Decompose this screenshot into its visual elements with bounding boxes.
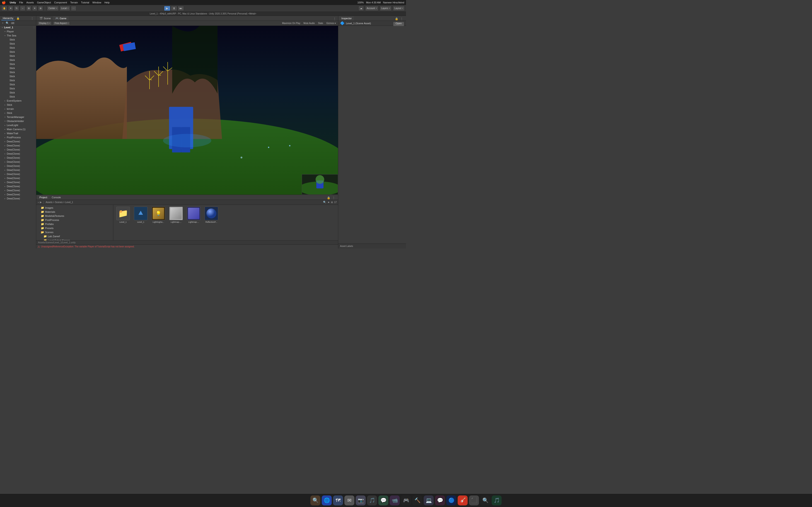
hierarchy-item[interactable]: Stick <box>0 87 36 91</box>
menu-component[interactable]: Component <box>54 1 67 4</box>
inspector-tab[interactable]: Inspector <box>339 16 354 20</box>
asset-item[interactable]: 📁 Level_1 <box>115 207 131 223</box>
hierarchy-tab[interactable]: Hierarchy <box>1 16 15 20</box>
hierarchy-item[interactable]: ▾ The Sea <box>0 34 36 38</box>
hierarchy-item[interactable]: ▸ Dew(Clone) <box>0 168 36 172</box>
play-button[interactable]: ▶ <box>164 6 170 11</box>
asset-item[interactable]: Lightmap-... <box>168 207 184 223</box>
hierarchy-item[interactable]: Stick <box>0 95 36 99</box>
hierarchy-search-btn[interactable]: 🔍 <box>5 21 9 25</box>
hierarchy-item[interactable]: ▸ Dew(Clone) <box>0 184 36 188</box>
hierarchy-item[interactable]: ▸ LevelLight <box>0 123 36 127</box>
game-canvas[interactable] <box>36 26 338 194</box>
mute-audio-btn[interactable]: Mute Audio <box>302 22 316 24</box>
layers-dropdown[interactable]: Layers ▾ <box>380 6 392 11</box>
pivot-dropdown[interactable]: Center ▾ <box>47 6 59 11</box>
hierarchy-item[interactable]: ▸ Dew(Clone) <box>0 164 36 168</box>
asset-item[interactable]: Lightmap-... <box>186 207 202 223</box>
project-lock-icon[interactable]: 🔒 <box>327 196 330 200</box>
asset-item[interactable]: ReflectionP... <box>203 207 219 223</box>
hierarchy-item[interactable]: ▸ WaterTrail <box>0 131 36 135</box>
hierarchy-item[interactable]: ▸ Dew(Clone) <box>0 148 36 152</box>
tool-move[interactable]: ✦ <box>8 6 13 11</box>
hierarchy-item[interactable]: ▸ EventSystem <box>0 99 36 103</box>
hierarchy-item[interactable]: Stick <box>0 50 36 54</box>
folder-item[interactable]: 📁 Presets <box>36 226 113 230</box>
menu-terrain[interactable]: Terrain <box>70 1 78 4</box>
hierarchy-item[interactable]: ▸ terrain <box>0 107 36 111</box>
folder-item[interactable]: 📁 Models&Textures <box>36 214 113 218</box>
hierarchy-item[interactable]: ▸ Dew(Clone) <box>0 152 36 156</box>
hierarchy-item[interactable]: Stick <box>0 91 36 95</box>
hierarchy-item[interactable]: ▸ Dew(Clone) <box>0 176 36 180</box>
hierarchy-item[interactable]: ▸ Dew(Clone) <box>0 196 36 201</box>
hierarchy-item[interactable]: ▸ Dew(Clone) <box>0 192 36 196</box>
hierarchy-item[interactable]: Stick <box>0 58 36 62</box>
folder-item[interactable]: 📁 Level Select Screen <box>36 238 113 240</box>
hierarchy-lock-icon[interactable]: 🔒 <box>16 16 20 20</box>
project-menu-btn[interactable]: ⋮ <box>331 196 336 200</box>
tool-transform[interactable]: ✦ <box>32 6 37 11</box>
hierarchy-item[interactable]: ▸ Dew(Clone) <box>0 144 36 148</box>
stats-btn[interactable]: Stats <box>317 22 324 24</box>
tool-extra[interactable]: ⊕ <box>38 6 43 11</box>
menu-window[interactable]: Window <box>92 1 101 4</box>
asset-item[interactable]: 💡 LightingDa... <box>150 207 166 223</box>
folder-item[interactable]: 📁 Lab Zareef <box>36 234 113 238</box>
account-dropdown[interactable]: Account ▾ <box>365 6 378 11</box>
hierarchy-item[interactable]: Stick <box>0 82 36 87</box>
hierarchy-add-btn[interactable]: + <box>1 21 5 25</box>
tab-console[interactable]: Console <box>49 195 63 200</box>
apple-menu[interactable]: 🍎 <box>2 1 6 4</box>
display-dropdown[interactable]: Display 1 ▾ <box>38 21 52 25</box>
folder-item[interactable]: 📁 Prefabs <box>36 222 113 226</box>
gizmos-btn[interactable]: Gizmos ▾ <box>325 22 337 24</box>
menu-unity[interactable]: Unity <box>10 1 16 4</box>
hierarchy-item[interactable]: ▸ Dew(Clone) <box>0 160 36 164</box>
menu-help[interactable]: Help <box>104 1 110 4</box>
hierarchy-item[interactable]: Stick <box>0 62 36 66</box>
hierarchy-item[interactable]: ▸ Dew(Clone) <box>0 180 36 184</box>
hierarchy-item[interactable]: Stick <box>0 70 36 74</box>
favorites-arrow[interactable]: ▶ <box>40 201 42 204</box>
asset-item[interactable]: Level_1 <box>133 207 149 223</box>
hierarchy-item[interactable]: Stick <box>0 38 36 42</box>
view-tabs-menu[interactable]: ⋮ <box>332 17 337 20</box>
tool-hand[interactable]: ✋ <box>1 6 7 11</box>
tool-rotate[interactable]: ↻ <box>14 6 19 11</box>
three-dot-btn[interactable]: ⋮ <box>33 26 35 29</box>
menu-assets[interactable]: Assets <box>26 1 34 4</box>
tab-project[interactable]: Project <box>37 195 49 200</box>
tab-game[interactable]: 🎮 Game <box>53 16 69 20</box>
hierarchy-item[interactable]: ▾ TerrainManager <box>0 115 36 119</box>
folder-item[interactable]: 📁 Materials <box>36 210 113 214</box>
folder-item[interactable]: 📁 PostProcess <box>36 218 113 222</box>
project-sort-btn[interactable]: ⊞ <box>331 201 333 204</box>
coord-dropdown[interactable]: Local ▾ <box>60 6 70 11</box>
hierarchy-item[interactable]: ▸ Stick <box>0 103 36 107</box>
aspect-dropdown[interactable]: Free Aspect ▾ <box>53 21 70 25</box>
menu-gameobject[interactable]: GameObject <box>37 1 51 4</box>
project-search-icon[interactable]: 🔍 <box>323 201 326 204</box>
hierarchy-item[interactable]: ▸ Dew(Clone) <box>0 139 36 144</box>
hierarchy-item[interactable]: ▸ Dew(Clone) <box>0 172 36 176</box>
hierarchy-item[interactable]: ▸ Dew(Clone) <box>0 156 36 160</box>
tool-scale[interactable]: ↔ <box>20 6 26 11</box>
hierarchy-item[interactable]: Stick <box>0 74 36 78</box>
hierarchy-item[interactable]: ▾ Level_1 ⋮ <box>0 25 36 30</box>
hierarchy-item[interactable]: Stick <box>0 42 36 46</box>
folder-item[interactable]: 📁 Images <box>36 206 113 210</box>
hierarchy-item[interactable]: ▾ ObstacleHolder <box>0 119 36 123</box>
layout-dropdown[interactable]: Layout ▾ <box>393 6 405 11</box>
inspector-scroll[interactable] <box>338 26 406 243</box>
hierarchy-item[interactable]: ▸ Stick <box>0 111 36 115</box>
step-button[interactable]: ⏭ <box>177 6 184 11</box>
cloud-btn[interactable]: ☁ <box>358 6 364 11</box>
hierarchy-item[interactable]: ▸ Main Camera (1) <box>0 127 36 131</box>
menu-file[interactable]: File <box>19 1 23 4</box>
hierarchy-menu-btn[interactable]: ⋮ <box>30 16 35 20</box>
hierarchy-item[interactable]: Stick <box>0 78 36 82</box>
grid-btn[interactable]: ⋯ <box>71 6 77 11</box>
pause-button[interactable]: ⏸ <box>171 6 177 11</box>
menu-tutorial[interactable]: Tutorial <box>81 1 89 4</box>
